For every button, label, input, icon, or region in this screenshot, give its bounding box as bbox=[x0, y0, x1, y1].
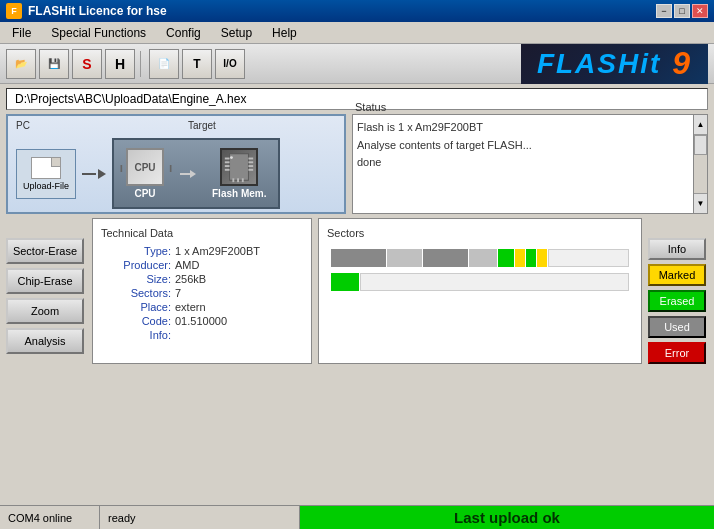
legend-used-button[interactable]: Used bbox=[648, 316, 706, 338]
minimize-button[interactable]: − bbox=[656, 4, 672, 18]
target-label: Target bbox=[188, 120, 216, 131]
file-button[interactable]: 📄 bbox=[149, 49, 179, 79]
menu-config[interactable]: Config bbox=[158, 24, 209, 42]
status-line-2: Analyse contents of target FLASH... bbox=[357, 137, 703, 155]
svg-rect-5 bbox=[249, 158, 254, 160]
tech-value-sectors: 7 bbox=[175, 287, 181, 299]
menu-setup[interactable]: Setup bbox=[213, 24, 260, 42]
io-button[interactable]: I/O bbox=[215, 49, 245, 79]
bottom-section: Sector-Erase Chip-Erase Zoom Analysis Te… bbox=[6, 218, 708, 364]
tech-label-info: Info: bbox=[101, 329, 171, 341]
tech-row-code: Code: 01.510000 bbox=[101, 315, 303, 327]
tech-value-size: 256kB bbox=[175, 273, 206, 285]
connection-arrows bbox=[82, 169, 106, 179]
svg-rect-7 bbox=[249, 165, 254, 167]
seg-lgray-1 bbox=[387, 249, 422, 267]
maximize-button[interactable]: □ bbox=[674, 4, 690, 18]
upload-file-box: Upload-File bbox=[16, 149, 76, 199]
seg-white-2 bbox=[360, 273, 629, 291]
tech-row-info: Info: bbox=[101, 329, 303, 341]
seg-yellow-1 bbox=[515, 249, 525, 267]
save-button[interactable]: 💾 bbox=[39, 49, 69, 79]
flash-icon bbox=[220, 148, 258, 186]
tech-label-place: Place: bbox=[101, 301, 171, 313]
chip-erase-button[interactable]: Chip-Erase bbox=[6, 268, 84, 294]
tech-data-title: Technical Data bbox=[101, 227, 303, 239]
menu-special-functions[interactable]: Special Functions bbox=[43, 24, 154, 42]
seg-green-3 bbox=[331, 273, 359, 291]
menu-help[interactable]: Help bbox=[264, 24, 305, 42]
t-button[interactable]: T bbox=[182, 49, 212, 79]
zoom-button[interactable]: Zoom bbox=[6, 298, 84, 324]
cpu-icon: CPU bbox=[126, 148, 164, 186]
legend-marked-button[interactable]: Marked bbox=[648, 264, 706, 286]
app-icon: F bbox=[6, 3, 22, 19]
close-button[interactable]: ✕ bbox=[692, 4, 708, 18]
svg-rect-10 bbox=[237, 178, 239, 182]
tech-data: Technical Data Type: 1 x Am29F200BT Prod… bbox=[92, 218, 312, 364]
status-scrollbar[interactable]: ▲ ▼ bbox=[693, 115, 707, 213]
seg-green-2 bbox=[526, 249, 536, 267]
com-status-text: COM4 online bbox=[8, 512, 72, 524]
cpu-label: CPU bbox=[134, 188, 155, 199]
h-button[interactable]: H bbox=[105, 49, 135, 79]
sector-row-2 bbox=[331, 273, 629, 291]
tech-row-size: Size: 256kB bbox=[101, 273, 303, 285]
sectors-area: Sectors bbox=[318, 218, 642, 364]
cpu-box: CPU CPU bbox=[126, 148, 164, 199]
brand-text: FLASHit bbox=[537, 48, 661, 80]
seg-white-1 bbox=[548, 249, 629, 267]
svg-rect-4 bbox=[225, 169, 230, 171]
svg-rect-9 bbox=[233, 178, 235, 182]
status-area: Status Flash is 1 x Am29F200BT Analyse c… bbox=[352, 114, 708, 214]
sector-row-1 bbox=[331, 249, 629, 267]
tech-row-sectors: Sectors: 7 bbox=[101, 287, 303, 299]
seg-gray-1 bbox=[331, 249, 386, 267]
pc-label: PC bbox=[16, 120, 30, 131]
window-controls: − □ ✕ bbox=[656, 4, 708, 18]
tech-row-type: Type: 1 x Am29F200BT bbox=[101, 245, 303, 257]
cpu-flash-arrow bbox=[180, 170, 196, 178]
upload-status-text: Last upload ok bbox=[454, 509, 560, 526]
ready-status-text: ready bbox=[108, 512, 136, 524]
sector-bars bbox=[327, 245, 633, 301]
com-status: COM4 online bbox=[0, 506, 100, 529]
upload-file-label: Upload-File bbox=[23, 181, 69, 191]
seg-green-1 bbox=[498, 249, 514, 267]
title-bar: F FLASHit Licence for hse − □ ✕ bbox=[0, 0, 714, 22]
flash-box: Flash Mem. bbox=[212, 148, 266, 199]
analysis-button[interactable]: Analysis bbox=[6, 328, 84, 354]
left-buttons: Sector-Erase Chip-Erase Zoom Analysis bbox=[6, 218, 86, 364]
ready-status: ready bbox=[100, 506, 300, 529]
brand-version: 9 bbox=[661, 45, 692, 82]
tech-label-type: Type: bbox=[101, 245, 171, 257]
workflow-area: PC Target Upload-File C bbox=[6, 114, 346, 214]
legend-erased-button[interactable]: Erased bbox=[648, 290, 706, 312]
svg-rect-6 bbox=[249, 161, 254, 163]
legend-info-button[interactable]: Info bbox=[648, 238, 706, 260]
tech-value-place: extern bbox=[175, 301, 206, 313]
top-section: PC Target Upload-File C bbox=[6, 114, 708, 214]
tech-value-type: 1 x Am29F200BT bbox=[175, 245, 260, 257]
sector-erase-button[interactable]: Sector-Erase bbox=[6, 238, 84, 264]
workflow-items: Upload-File CPU CPU bbox=[16, 138, 336, 209]
upload-status: Last upload ok bbox=[300, 506, 714, 529]
svg-rect-11 bbox=[242, 178, 244, 182]
legend-error-button[interactable]: Error bbox=[648, 342, 706, 364]
window-title: FLASHit Licence for hse bbox=[28, 4, 167, 18]
tech-label-size: Size: bbox=[101, 273, 171, 285]
s-button[interactable]: S bbox=[72, 49, 102, 79]
svg-rect-3 bbox=[225, 165, 230, 167]
tech-value-producer: AMD bbox=[175, 259, 199, 271]
status-line-3: done bbox=[357, 154, 703, 172]
upload-file-icon bbox=[31, 157, 61, 179]
tech-label-code: Code: bbox=[101, 315, 171, 327]
main-content: PC Target Upload-File C bbox=[0, 114, 714, 364]
target-group: CPU CPU bbox=[112, 138, 280, 209]
open-button[interactable]: 📂 bbox=[6, 49, 36, 79]
seg-gray-2 bbox=[423, 249, 468, 267]
brand: FLASHit 9 bbox=[521, 44, 708, 84]
tech-row-place: Place: extern bbox=[101, 301, 303, 313]
menu-file[interactable]: File bbox=[4, 24, 39, 42]
svg-point-12 bbox=[230, 156, 233, 159]
